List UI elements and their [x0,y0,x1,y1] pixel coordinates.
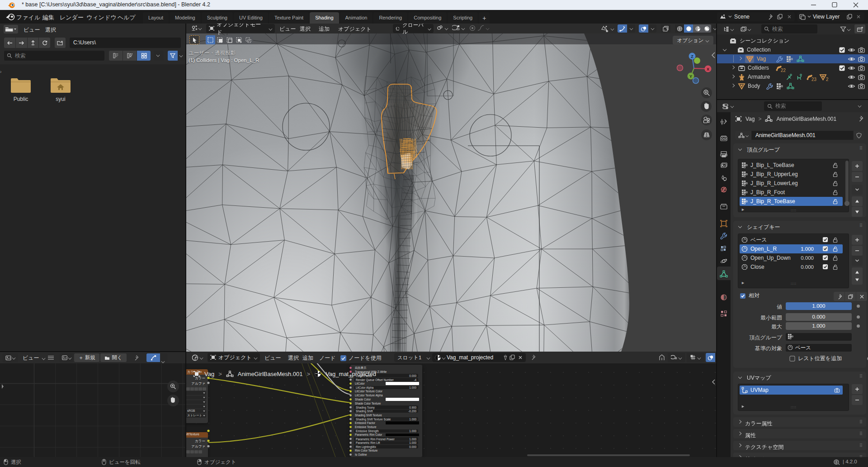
svg-text:Z: Z [691,54,693,59]
svg-text:X: X [707,67,709,71]
svg-text:Y: Y [689,74,692,79]
